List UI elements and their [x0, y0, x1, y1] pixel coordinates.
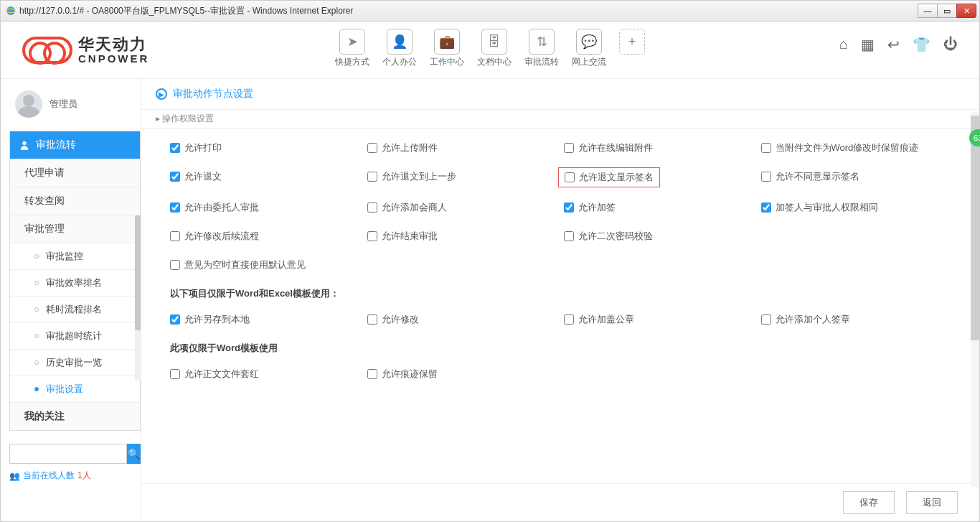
content-scrollbar[interactable] — [971, 112, 979, 487]
nav-work[interactable]: 💼工作中心 — [430, 29, 464, 68]
section-word: 此项仅限于Word模板使用 — [170, 342, 958, 355]
panel-subtitle: ▸ 操作权限设置 — [141, 110, 979, 129]
option-returnsign[interactable]: 允许退文显示签名 — [565, 171, 654, 184]
menu-header[interactable]: 审批流转 — [10, 131, 140, 159]
logo: 华天动力 CNPOWER — [22, 36, 149, 65]
nav-personal[interactable]: 👤个人办公 — [382, 29, 417, 68]
menu-item-forward[interactable]: 转发查阅 — [10, 187, 140, 215]
nav-quick[interactable]: ➤快捷方式 — [335, 29, 369, 68]
close-button[interactable]: ✕ — [956, 4, 976, 18]
menu-item-favorites[interactable]: 我的关注 — [10, 402, 140, 430]
sidebar-scrollbar[interactable] — [135, 215, 141, 381]
nav-add[interactable]: + — [619, 29, 645, 68]
search-button[interactable]: 🔍 — [127, 444, 141, 464]
logo-text-en: CNPOWER — [78, 53, 149, 65]
search-row: 🔍 — [9, 444, 141, 464]
option-countersign[interactable]: 允许加签 — [564, 201, 761, 214]
home-icon[interactable]: ⌂ — [839, 36, 848, 53]
option-delegate[interactable]: 允许由委托人审批 — [170, 201, 367, 214]
option-returnprev[interactable]: 允许退文到上一步 — [367, 170, 565, 183]
ie-icon — [5, 5, 17, 17]
svg-point-0 — [6, 6, 15, 15]
menu-item-proxy[interactable]: 代理申请 — [10, 159, 140, 187]
option-disagreesign[interactable]: 允许不同意显示签名 — [761, 170, 958, 183]
header-icons: ⌂ ▦ ↩ 👕 ⏻ — [839, 36, 958, 53]
back-button[interactable]: 返回 — [906, 491, 958, 514]
submenu-settings[interactable]: 审批设置 — [10, 376, 140, 402]
power-icon[interactable]: ⏻ — [943, 36, 958, 53]
archive-icon: 🗄 — [481, 29, 507, 55]
window-title: http://127.0.0.1/# - OA8000平台版_FPLMYSQL5… — [19, 5, 918, 17]
option-print[interactable]: 允许打印 — [170, 141, 367, 154]
flow-icon: ⇅ — [529, 29, 555, 55]
username: 管理员 — [50, 98, 77, 111]
sidebar: 管理员 审批流转 代理申请 转发查阅 审批管理 审批监控 审批效率排名 耗时流程… — [1, 79, 141, 521]
apps-icon[interactable]: ▦ — [861, 36, 875, 53]
main-panel: ▶ 审批动作节点设置 ▸ 操作权限设置 允许打印 允许上传附件 允许在线编辑附件… — [141, 79, 979, 521]
briefcase-icon: 💼 — [434, 29, 460, 55]
sidebar-menu: 审批流转 代理申请 转发查阅 审批管理 审批监控 审批效率排名 耗时流程排名 审… — [9, 131, 141, 431]
option-upload[interactable]: 允许上传附件 — [367, 141, 565, 154]
option-redhead[interactable]: 允许正文文件套红 — [170, 368, 367, 381]
reply-icon[interactable]: ↩ — [887, 36, 900, 53]
nav-approval[interactable]: ⇅审批流转 — [524, 29, 559, 68]
menu-item-manage[interactable]: 审批管理 — [10, 215, 140, 243]
option-modifyflow[interactable]: 允许修改后续流程 — [170, 230, 367, 243]
option-savelocal[interactable]: 允许另存到本地 — [170, 313, 367, 326]
option-keeptrack[interactable]: 允许痕迹保留 — [367, 368, 565, 381]
window-buttons: — ▭ ✕ — [918, 4, 976, 18]
submenu-time[interactable]: 耗时流程排名 — [10, 296, 140, 322]
people-icon: 👥 — [9, 471, 20, 481]
footer: 保存 返回 — [141, 483, 979, 521]
window-titlebar: http://127.0.0.1/# - OA8000平台版_FPLMYSQL5… — [0, 0, 980, 22]
submenu-efficiency[interactable]: 审批效率排名 — [10, 269, 140, 296]
shirt-icon[interactable]: 👕 — [913, 36, 930, 53]
option-sameperm[interactable]: 加签人与审批人权限相同 — [761, 201, 958, 214]
person-icon: 👤 — [387, 29, 413, 55]
option-addconsult[interactable]: 允许添加会商人 — [367, 201, 565, 214]
submenu-monitor[interactable]: 审批监控 — [10, 243, 140, 269]
maximize-button[interactable]: ▭ — [937, 4, 957, 18]
submenu-history[interactable]: 历史审批一览 — [10, 349, 140, 376]
settings-content: 允许打印 允许上传附件 允许在线编辑附件 当附件文件为Word修改时保留痕迹 允… — [141, 129, 979, 483]
submenu-timeout[interactable]: 审批超时统计 — [10, 322, 140, 349]
person-icon — [19, 139, 30, 151]
option-wordtrack[interactable]: 当附件文件为Word修改时保留痕迹 — [761, 141, 958, 154]
logo-text-cn: 华天动力 — [78, 36, 149, 53]
online-count: 👥 当前在线人数 1人 — [9, 470, 141, 482]
user-block: 管理员 — [9, 86, 141, 122]
option-seal[interactable]: 允许加盖公章 — [564, 313, 761, 326]
avatar — [15, 90, 42, 118]
app-header: 华天动力 CNPOWER ➤快捷方式 👤个人办公 💼工作中心 🗄文档中心 ⇅审批… — [1, 22, 979, 79]
option-return[interactable]: 允许退文 — [170, 170, 367, 183]
send-icon: ➤ — [339, 29, 365, 55]
nav-docs[interactable]: 🗄文档中心 — [477, 29, 512, 68]
option-end[interactable]: 允许结束审批 — [367, 230, 565, 243]
section-word-excel: 以下项目仅限于Word和Excel模板使用： — [170, 287, 958, 300]
plus-icon: + — [619, 29, 645, 55]
option-editonline[interactable]: 允许在线编辑附件 — [564, 141, 761, 154]
nav-chat[interactable]: 💬网上交流 — [572, 29, 606, 68]
option-modify[interactable]: 允许修改 — [367, 313, 565, 326]
search-input[interactable] — [9, 444, 127, 464]
top-nav: ➤快捷方式 👤个人办公 💼工作中心 🗄文档中心 ⇅审批流转 💬网上交流 + — [335, 29, 645, 68]
option-defaultopinion[interactable]: 意见为空时直接使用默认意见 — [170, 258, 564, 271]
option-personalseal[interactable]: 允许添加个人签章 — [761, 313, 958, 326]
arrow-circle-icon: ▶ — [156, 88, 167, 100]
option-2fa[interactable]: 允许二次密码校验 — [564, 230, 761, 243]
minimize-button[interactable]: — — [918, 4, 938, 18]
panel-title: ▶ 审批动作节点设置 — [141, 79, 979, 110]
logo-icon — [22, 37, 72, 64]
svg-point-2 — [22, 141, 26, 145]
save-button[interactable]: 保存 — [843, 491, 895, 514]
chat-icon: 💬 — [576, 29, 602, 55]
